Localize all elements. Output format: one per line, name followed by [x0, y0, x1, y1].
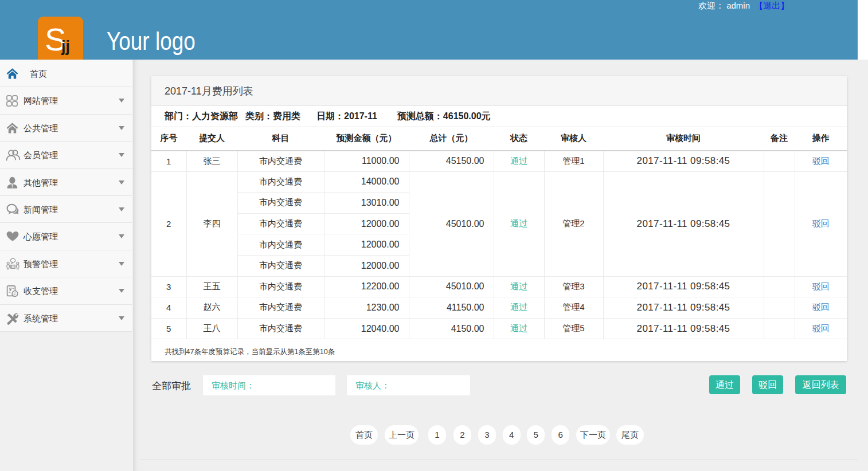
svg-text:¥: ¥	[9, 286, 11, 292]
